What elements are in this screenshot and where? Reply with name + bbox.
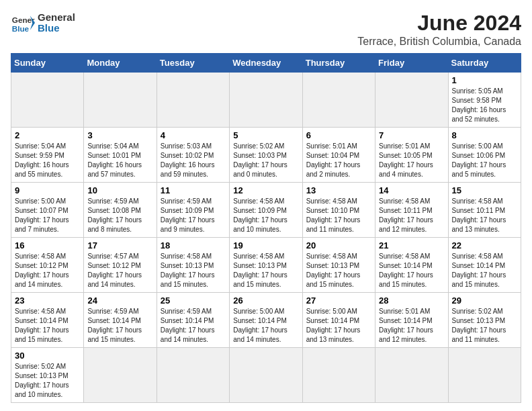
title-area: June 2024 Terrace, British Columbia, Can… bbox=[357, 11, 521, 48]
calendar-body: 1Sunrise: 5:05 AM Sunset: 9:58 PM Daylig… bbox=[11, 73, 521, 403]
calendar-cell: 28Sunrise: 5:01 AM Sunset: 10:14 PM Dayl… bbox=[375, 293, 448, 348]
day-info: Sunrise: 4:59 AM Sunset: 10:09 PM Daylig… bbox=[161, 197, 226, 234]
calendar-title: June 2024 bbox=[357, 11, 521, 36]
svg-text:General: General bbox=[12, 15, 35, 24]
calendar-cell: 19Sunrise: 4:58 AM Sunset: 10:13 PM Dayl… bbox=[230, 238, 302, 293]
calendar-cell: 22Sunrise: 4:58 AM Sunset: 10:14 PM Dayl… bbox=[448, 238, 521, 293]
calendar-subtitle: Terrace, British Columbia, Canada bbox=[357, 36, 521, 48]
calendar-cell: 18Sunrise: 4:58 AM Sunset: 10:13 PM Dayl… bbox=[157, 238, 229, 293]
day-number: 23 bbox=[15, 295, 80, 306]
calendar-cell bbox=[157, 73, 229, 128]
day-number: 13 bbox=[306, 185, 371, 195]
calendar-cell: 27Sunrise: 5:00 AM Sunset: 10:14 PM Dayl… bbox=[302, 293, 375, 348]
day-number: 18 bbox=[161, 240, 226, 250]
day-number: 25 bbox=[161, 295, 226, 306]
day-number: 8 bbox=[452, 130, 517, 140]
day-number: 4 bbox=[161, 130, 226, 140]
day-info: Sunrise: 4:59 AM Sunset: 10:14 PM Daylig… bbox=[161, 307, 226, 345]
day-number: 10 bbox=[87, 185, 152, 195]
calendar-cell: 13Sunrise: 4:58 AM Sunset: 10:10 PM Dayl… bbox=[302, 183, 375, 238]
calendar-cell: 15Sunrise: 4:58 AM Sunset: 10:11 PM Dayl… bbox=[448, 183, 521, 238]
day-info: Sunrise: 5:01 AM Sunset: 10:05 PM Daylig… bbox=[379, 142, 444, 179]
calendar-week-2: 9Sunrise: 5:00 AM Sunset: 10:07 PM Dayli… bbox=[11, 183, 521, 238]
day-info: Sunrise: 5:01 AM Sunset: 10:04 PM Daylig… bbox=[306, 142, 371, 179]
day-number: 24 bbox=[87, 295, 152, 306]
day-info: Sunrise: 5:01 AM Sunset: 10:14 PM Daylig… bbox=[379, 307, 444, 345]
calendar-cell bbox=[84, 73, 157, 128]
calendar-cell: 8Sunrise: 5:00 AM Sunset: 10:06 PM Dayli… bbox=[448, 128, 521, 183]
calendar-cell bbox=[230, 73, 302, 128]
day-info: Sunrise: 4:58 AM Sunset: 10:13 PM Daylig… bbox=[161, 252, 226, 289]
day-number: 22 bbox=[452, 240, 517, 250]
calendar-cell: 10Sunrise: 4:59 AM Sunset: 10:08 PM Dayl… bbox=[84, 183, 157, 238]
day-number: 30 bbox=[15, 351, 80, 361]
calendar-cell: 16Sunrise: 4:58 AM Sunset: 10:12 PM Dayl… bbox=[11, 238, 84, 293]
weekday-header-tuesday: Tuesday bbox=[157, 54, 229, 73]
calendar-cell: 6Sunrise: 5:01 AM Sunset: 10:04 PM Dayli… bbox=[302, 128, 375, 183]
day-info: Sunrise: 5:02 AM Sunset: 10:13 PM Daylig… bbox=[452, 307, 517, 345]
calendar-cell bbox=[84, 348, 157, 403]
day-info: Sunrise: 4:59 AM Sunset: 10:14 PM Daylig… bbox=[87, 307, 152, 345]
day-info: Sunrise: 4:58 AM Sunset: 10:11 PM Daylig… bbox=[379, 197, 444, 234]
day-number: 28 bbox=[379, 295, 444, 306]
svg-text:Blue: Blue bbox=[12, 24, 30, 33]
calendar-cell: 23Sunrise: 4:58 AM Sunset: 10:14 PM Dayl… bbox=[11, 293, 84, 348]
calendar-cell bbox=[11, 73, 84, 128]
weekday-header-thursday: Thursday bbox=[302, 54, 375, 73]
calendar-cell: 14Sunrise: 4:58 AM Sunset: 10:11 PM Dayl… bbox=[375, 183, 448, 238]
day-info: Sunrise: 5:05 AM Sunset: 9:58 PM Dayligh… bbox=[452, 87, 517, 124]
day-info: Sunrise: 5:03 AM Sunset: 10:02 PM Daylig… bbox=[161, 142, 226, 179]
day-number: 19 bbox=[233, 240, 298, 250]
calendar-cell: 1Sunrise: 5:05 AM Sunset: 9:58 PM Daylig… bbox=[448, 73, 521, 128]
calendar-week-3: 16Sunrise: 4:58 AM Sunset: 10:12 PM Dayl… bbox=[11, 238, 521, 293]
calendar-cell: 11Sunrise: 4:59 AM Sunset: 10:09 PM Dayl… bbox=[157, 183, 229, 238]
day-number: 29 bbox=[452, 295, 517, 306]
calendar-cell: 25Sunrise: 4:59 AM Sunset: 10:14 PM Dayl… bbox=[157, 293, 229, 348]
calendar-cell bbox=[375, 348, 448, 403]
day-number: 11 bbox=[161, 185, 226, 195]
day-info: Sunrise: 4:58 AM Sunset: 10:14 PM Daylig… bbox=[452, 252, 517, 289]
calendar-cell: 17Sunrise: 4:57 AM Sunset: 10:12 PM Dayl… bbox=[84, 238, 157, 293]
calendar-week-4: 23Sunrise: 4:58 AM Sunset: 10:14 PM Dayl… bbox=[11, 293, 521, 348]
day-info: Sunrise: 4:58 AM Sunset: 10:09 PM Daylig… bbox=[233, 197, 298, 234]
day-number: 20 bbox=[306, 240, 371, 250]
calendar-cell bbox=[302, 73, 375, 128]
calendar-cell bbox=[230, 348, 302, 403]
day-number: 9 bbox=[15, 185, 80, 195]
logo-blue-text: Blue bbox=[38, 23, 75, 34]
day-info: Sunrise: 5:04 AM Sunset: 10:01 PM Daylig… bbox=[87, 142, 152, 179]
logo-general-text: General bbox=[38, 12, 75, 24]
calendar-week-0: 1Sunrise: 5:05 AM Sunset: 9:58 PM Daylig… bbox=[11, 73, 521, 128]
logo: General Blue General Blue bbox=[11, 11, 75, 35]
day-info: Sunrise: 5:00 AM Sunset: 10:14 PM Daylig… bbox=[306, 307, 371, 345]
calendar-cell: 26Sunrise: 5:00 AM Sunset: 10:14 PM Dayl… bbox=[230, 293, 302, 348]
day-info: Sunrise: 4:58 AM Sunset: 10:11 PM Daylig… bbox=[452, 197, 517, 234]
weekday-header-wednesday: Wednesday bbox=[230, 54, 302, 73]
day-info: Sunrise: 4:59 AM Sunset: 10:08 PM Daylig… bbox=[87, 197, 152, 234]
calendar-week-1: 2Sunrise: 5:04 AM Sunset: 9:59 PM Daylig… bbox=[11, 128, 521, 183]
logo-icon: General Blue bbox=[11, 11, 35, 35]
day-number: 3 bbox=[87, 130, 152, 140]
calendar-table: SundayMondayTuesdayWednesdayThursdayFrid… bbox=[11, 53, 521, 403]
calendar-cell bbox=[448, 348, 521, 403]
day-info: Sunrise: 4:58 AM Sunset: 10:10 PM Daylig… bbox=[306, 197, 371, 234]
day-info: Sunrise: 5:00 AM Sunset: 10:06 PM Daylig… bbox=[452, 142, 517, 179]
calendar-cell: 9Sunrise: 5:00 AM Sunset: 10:07 PM Dayli… bbox=[11, 183, 84, 238]
weekday-header-friday: Friday bbox=[375, 54, 448, 73]
day-info: Sunrise: 5:02 AM Sunset: 10:03 PM Daylig… bbox=[233, 142, 298, 179]
day-info: Sunrise: 5:00 AM Sunset: 10:14 PM Daylig… bbox=[233, 307, 298, 345]
day-number: 12 bbox=[233, 185, 298, 195]
day-number: 26 bbox=[233, 295, 298, 306]
day-info: Sunrise: 5:00 AM Sunset: 10:07 PM Daylig… bbox=[15, 197, 80, 234]
day-info: Sunrise: 4:57 AM Sunset: 10:12 PM Daylig… bbox=[87, 252, 152, 289]
day-number: 17 bbox=[87, 240, 152, 250]
day-info: Sunrise: 4:58 AM Sunset: 10:13 PM Daylig… bbox=[306, 252, 371, 289]
day-info: Sunrise: 4:58 AM Sunset: 10:12 PM Daylig… bbox=[15, 252, 80, 289]
day-number: 14 bbox=[379, 185, 444, 195]
day-number: 16 bbox=[15, 240, 80, 250]
day-number: 7 bbox=[379, 130, 444, 140]
calendar-cell: 12Sunrise: 4:58 AM Sunset: 10:09 PM Dayl… bbox=[230, 183, 302, 238]
day-info: Sunrise: 4:58 AM Sunset: 10:14 PM Daylig… bbox=[15, 307, 80, 345]
weekday-header-sunday: Sunday bbox=[11, 54, 84, 73]
weekday-header-row: SundayMondayTuesdayWednesdayThursdayFrid… bbox=[11, 54, 521, 73]
